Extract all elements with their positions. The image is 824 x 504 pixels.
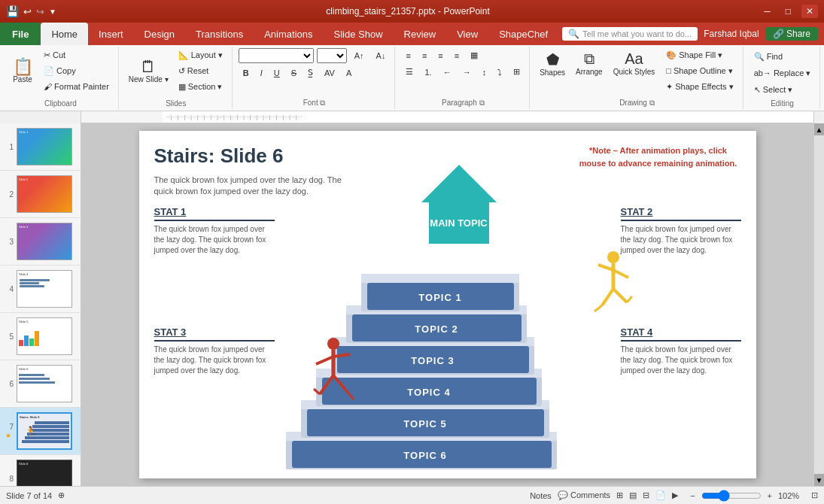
char-spacing-button[interactable]: AV [320,66,339,80]
replace-button[interactable]: ab→ Replace ▾ [750,66,816,80]
paste-button[interactable]: 📋 Paste [8,56,38,86]
save-icon[interactable]: 💾 [6,5,19,17]
font-increase-button[interactable]: A↑ [350,49,369,62]
quick-styles-button[interactable]: Aa Quick Styles [610,48,659,94]
strikethrough-button[interactable]: S [287,66,301,80]
arrange-button[interactable]: ⧉ Arrange [572,48,607,94]
font-decrease-button[interactable]: A↓ [372,49,391,62]
scroll-down-button[interactable]: ▼ [814,474,824,486]
indent-increase-button[interactable]: → [458,65,476,79]
slide-thumb-3[interactable]: 3 Slide 3 [0,218,81,266]
menu-tab-transitions[interactable]: Transitions [185,23,254,45]
new-slide-button[interactable]: 🗒 New Slide ▾ [125,56,172,86]
stat1-container: STAT 1 The quick brown fox jumped over t… [154,206,275,256]
slide-thumb-8[interactable]: 8 Slide 8 [0,455,81,486]
text-align-button[interactable]: ⊞ [509,65,525,79]
font-family-select[interactable] [239,48,314,63]
slide-content[interactable]: Stairs: Slide 6 The quick brown fox jump… [139,131,756,478]
slide-thumb-4[interactable]: 4 Slide 4 [0,266,81,313]
view-reading-button[interactable]: 📄 [655,490,666,500]
bullets-button[interactable]: ☰ [401,65,418,79]
columns-button[interactable]: ▦ [466,48,482,62]
zoom-level: 102% [778,491,805,500]
select-button[interactable]: ↖ Select ▾ [750,83,816,97]
align-left-button[interactable]: ≡ [401,49,415,62]
zoom-in-button[interactable]: + [768,491,772,500]
zoom-out-button[interactable]: − [690,491,695,500]
undo-icon[interactable]: ↩ [23,6,32,17]
underline-button[interactable]: U [269,66,284,80]
justify-button[interactable]: ≡ [450,49,464,62]
menu-tab-shapechef[interactable]: ShapeChef [488,23,558,45]
search-icon: 🔍 [568,29,579,39]
minimize-button[interactable]: ─ [759,5,775,18]
menu-file[interactable]: File [0,23,41,45]
title-bar-left: 💾 ↩ ↪ ▼ [6,5,56,17]
indent-decrease-button[interactable]: ← [439,65,456,79]
text-direction-button[interactable]: ⤵ [493,65,506,79]
slide-thumb-7[interactable]: 7 ★ Stairs: Slide 6 🏃 [0,408,81,455]
svg-point-24 [327,338,339,350]
red-figure [312,338,357,415]
svg-line-28 [320,375,333,394]
slide-thumb-6[interactable]: 6 Slide 6 [0,360,81,408]
restore-button[interactable]: □ [781,5,795,18]
shape-fill-button[interactable]: 🎨 Shape Fill ▾ [661,48,737,62]
redo-icon[interactable]: ↪ [36,6,44,17]
section-button[interactable]: ▦ Section ▾ [174,80,227,94]
shapes-button[interactable]: ⬟ Shapes [536,48,569,94]
svg-text:TOPIC 4: TOPIC 4 [407,387,450,398]
shape-outline-button[interactable]: □ Shape Outline ▾ [661,64,737,78]
italic-button[interactable]: I [256,66,267,80]
menu-tab-design[interactable]: Design [134,23,185,45]
font-size-select[interactable] [317,48,347,63]
slides-label: Slides [166,98,186,108]
view-outline-button[interactable]: ▤ [629,490,637,500]
slide-thumb-5[interactable]: 5 Slide 5 [0,313,81,360]
menu-tab-insert[interactable]: Insert [88,23,134,45]
align-right-button[interactable]: ≡ [433,49,447,62]
svg-line-36 [602,289,613,305]
fit-slide-button[interactable]: ⊡ [811,490,818,500]
stat1-text: The quick brown fox jumped over the lazy… [154,224,267,256]
zoom-slider[interactable] [701,490,762,502]
shape-effects-button[interactable]: ✦ Shape Effects ▾ [661,80,737,94]
ribbon-editing-group: 🔍 Find ab→ Replace ▾ ↖ Select ▾ Editing [745,47,821,109]
line-spacing-button[interactable]: ↕ [478,65,491,79]
window-title: climbing_stairs_21357.pptx - PowerPoint [56,6,759,17]
close-button[interactable]: ✕ [801,5,818,18]
svg-line-29 [333,375,346,390]
shadow-button[interactable]: S̲ [303,65,318,80]
customize-icon[interactable]: ▼ [49,8,56,16]
menu-tab-review[interactable]: Review [394,23,447,45]
reset-button[interactable]: ↺ Reset [174,64,227,78]
cut-button[interactable]: ✂ Cut [39,48,114,62]
slide-thumb-2[interactable]: 2 Slide 2 [0,171,81,218]
ribbon-drawing-group: ⬟ Shapes ⧉ Arrange Aa Quick Styles 🎨 Sha… [531,47,743,109]
font-color-button[interactable]: A [342,66,356,80]
comments-button[interactable]: 💬 Comments [558,490,610,500]
share-button[interactable]: 🔗 Share [765,27,818,41]
align-center-button[interactable]: ≡ [418,49,431,62]
layout-button[interactable]: 📐 Layout ▾ [174,48,227,62]
format-painter-button[interactable]: 🖌 Format Painter [39,80,114,93]
menu-tab-home[interactable]: Home [41,23,88,45]
copy-button[interactable]: 📄 Copy [39,64,114,78]
scroll-up-button[interactable]: ▲ [814,123,824,135]
slide-thumb-1[interactable]: 1 Slide 1 [0,123,81,171]
numbering-button[interactable]: 1. [420,65,436,79]
notes-button[interactable]: Notes [530,491,552,500]
title-bar-right: ─ □ ✕ [759,5,818,18]
menu-tab-animations[interactable]: Animations [254,23,323,45]
menu-tab-view[interactable]: View [446,23,488,45]
menu-tab-slideshow[interactable]: Slide Show [324,23,394,45]
slideshow-button[interactable]: ▶ [672,490,678,500]
find-button[interactable]: 🔍 Find [750,50,816,64]
right-scrollbar[interactable]: ▲ ▼ [813,123,824,486]
bold-button[interactable]: B [239,66,254,80]
view-slide-sorter-button[interactable]: ⊟ [643,490,649,500]
font-label: Font ⧉ [303,97,326,108]
tell-me-text[interactable]: Tell me what you want to do... [582,29,692,38]
view-normal-button[interactable]: ⊞ [616,490,623,500]
svg-line-27 [333,354,350,357]
